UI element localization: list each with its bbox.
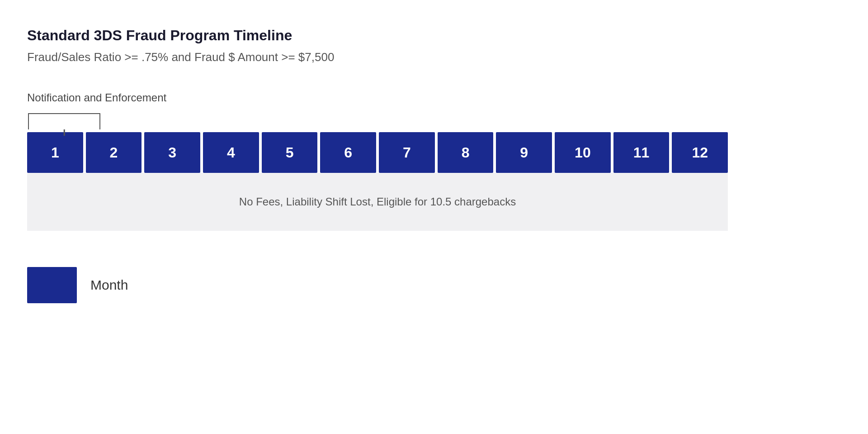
page-subtitle: Fraud/Sales Ratio >= .75% and Fraud $ Am… — [27, 50, 728, 64]
page-container: Standard 3DS Fraud Program Timeline Frau… — [27, 27, 728, 303]
month-cell: 2 — [86, 132, 142, 173]
month-cell: 12 — [672, 132, 728, 173]
page-title: Standard 3DS Fraud Program Timeline — [27, 27, 728, 44]
legend-color-swatch — [27, 267, 77, 303]
month-cell: 8 — [438, 132, 494, 173]
months-grid: 123456789101112 — [27, 132, 728, 173]
info-panel: No Fees, Liability Shift Lost, Eligible … — [27, 173, 728, 231]
month-cell: 3 — [144, 132, 200, 173]
legend: Month — [27, 267, 728, 303]
month-cell: 4 — [203, 132, 259, 173]
month-cell: 6 — [320, 132, 376, 173]
month-cell: 11 — [613, 132, 670, 173]
bracket-container — [27, 113, 728, 129]
info-text: No Fees, Liability Shift Lost, Eligible … — [239, 196, 516, 208]
month-cell: 9 — [496, 132, 552, 173]
month-cell: 1 — [27, 132, 83, 173]
month-cell: 5 — [262, 132, 318, 173]
section-label: Notification and Enforcement — [27, 91, 728, 104]
legend-label: Month — [90, 277, 128, 293]
month-cell: 7 — [379, 132, 435, 173]
bracket-indicator — [28, 113, 100, 129]
month-cell: 10 — [555, 132, 611, 173]
